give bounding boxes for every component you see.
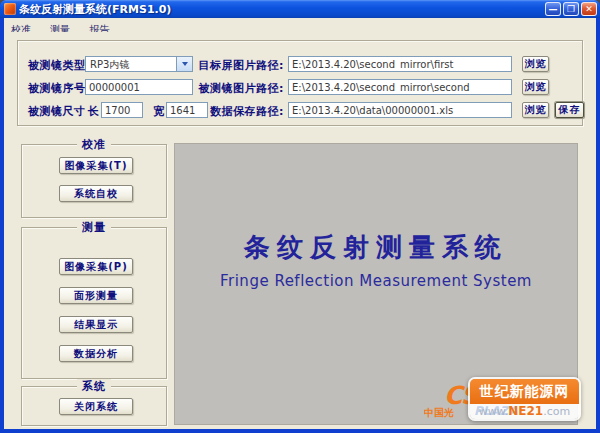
- close-icon: ✕: [585, 4, 593, 14]
- url-prefix: www.: [479, 405, 508, 418]
- ne21-url: www.NE21.com: [479, 405, 570, 418]
- save-button[interactable]: 保存: [555, 102, 584, 118]
- measurement-group-title: 测量: [77, 220, 111, 235]
- system-group: 系统 关闭系统: [21, 386, 167, 426]
- target-path-browse-button[interactable]: 浏览: [522, 56, 549, 72]
- settings-panel: 被测镜类型 RP3内镜 目标屏图片路径: 浏览 被测镜序号 被测镜图片路径: 浏…: [17, 40, 583, 126]
- data-analysis-button[interactable]: 数据分析: [59, 345, 133, 362]
- mirror-path-label: 被测镜图片路径:: [188, 81, 284, 96]
- title-bar: 条纹反射测量系统(FRMS1.0) — ❐ ✕: [0, 0, 600, 18]
- calibration-group: 校准 图像采集(T) 系统自校: [21, 144, 167, 218]
- data-path-browse-button[interactable]: 浏览: [522, 102, 549, 118]
- menu-bar: 校准 测量 报告: [4, 18, 596, 33]
- main-title-english: Fringe Reflection Measurement System: [175, 272, 577, 290]
- data-path-input[interactable]: [288, 102, 512, 118]
- main-title-chinese: 条纹反射测量系统: [175, 230, 577, 265]
- minimize-button[interactable]: —: [545, 2, 561, 16]
- mirror-type-select[interactable]: RP3内镜: [85, 56, 193, 72]
- url-main: NE21: [508, 404, 543, 418]
- ne21-url-strip: PLAZA www.NE21.com: [470, 404, 579, 419]
- maximize-icon: ❐: [567, 4, 575, 14]
- length-input[interactable]: [101, 102, 143, 118]
- result-display-button[interactable]: 结果显示: [59, 316, 133, 333]
- measurement-group: 测量 图像采集(P) 面形测量 结果显示 数据分析: [21, 227, 167, 379]
- image-capture-p-button[interactable]: 图像采集(P): [59, 258, 133, 275]
- surface-measure-button[interactable]: 面形测量: [59, 287, 133, 304]
- mirror-path-browse-button[interactable]: 浏览: [522, 79, 549, 95]
- data-path-label: 数据保存路径:: [188, 104, 284, 119]
- app-window: 条纹反射测量系统(FRMS1.0) — ❐ ✕ 校准 测量 报告 被测镜类型 R…: [0, 0, 600, 433]
- length-label: 长: [88, 104, 100, 119]
- mirror-size-label: 被测镜尺寸: [28, 104, 86, 119]
- csp-logo-subtext: 中国光: [424, 406, 468, 420]
- maximize-button[interactable]: ❐: [563, 2, 579, 16]
- ne21-brand: 世纪新能源网: [470, 379, 579, 404]
- mirror-type-value: RP3内镜: [86, 57, 176, 71]
- ne21-watermark: 世纪新能源网 PLAZA www.NE21.com: [468, 377, 581, 421]
- mirror-type-label: 被测镜类型: [28, 58, 86, 73]
- close-system-button[interactable]: 关闭系统: [59, 398, 133, 415]
- chevron-down-icon: [182, 62, 188, 66]
- target-path-input[interactable]: [288, 56, 512, 72]
- client-area: 被测镜类型 RP3内镜 目标屏图片路径: 浏览 被测镜序号 被测镜图片路径: 浏…: [4, 32, 596, 429]
- url-suffix: .com: [543, 405, 570, 418]
- width-label: 宽: [153, 104, 165, 119]
- mirror-path-input[interactable]: [288, 79, 512, 95]
- calibration-group-title: 校准: [77, 137, 111, 152]
- system-group-title: 系统: [77, 379, 111, 394]
- window-title: 条纹反射测量系统(FRMS1.0): [19, 2, 545, 17]
- system-self-calibration-button[interactable]: 系统自校: [59, 185, 133, 202]
- minimize-icon: —: [549, 4, 558, 14]
- close-button[interactable]: ✕: [581, 2, 597, 16]
- image-capture-t-button[interactable]: 图像采集(T): [59, 157, 133, 174]
- mirror-serial-label: 被测镜序号: [28, 81, 86, 96]
- target-path-label: 目标屏图片路径:: [188, 58, 284, 73]
- mirror-serial-input[interactable]: [85, 79, 193, 95]
- app-icon: [4, 3, 16, 15]
